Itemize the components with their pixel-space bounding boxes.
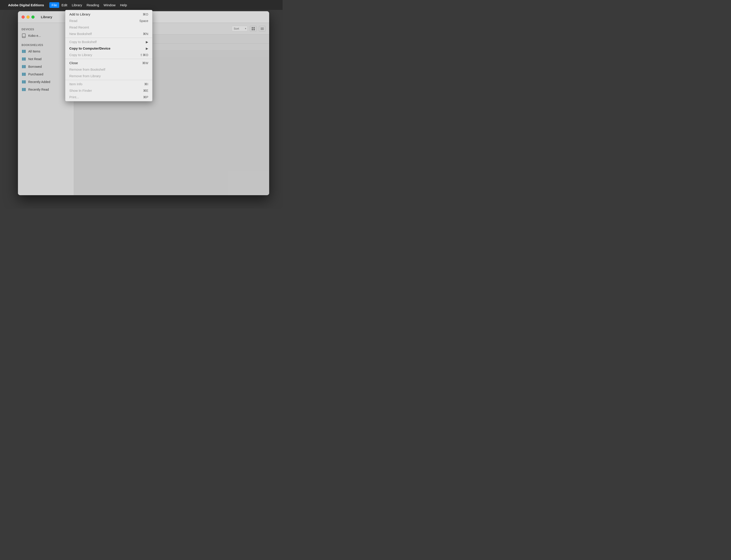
books-icon-purchased xyxy=(22,72,26,77)
svg-rect-19 xyxy=(25,88,26,91)
svg-rect-14 xyxy=(22,80,23,83)
add-to-library-shortcut: ⌘O xyxy=(143,13,148,16)
read-shortcut: Space xyxy=(139,19,148,23)
read-label: Read xyxy=(69,19,139,23)
menu-copy-to-bookshelf[interactable]: Copy to Bookshelf ▶ xyxy=(65,39,152,45)
svg-rect-13 xyxy=(25,73,26,76)
menubar: Adobe Digital Editions File Edit Library… xyxy=(0,0,283,10)
svg-rect-15 xyxy=(23,80,24,83)
view-list-button[interactable] xyxy=(259,26,266,32)
show-in-finder-shortcut: ⌘E xyxy=(143,89,148,92)
copy-to-device-arrow: ▶ xyxy=(146,47,148,50)
remove-from-library-label: Remove from Library xyxy=(69,74,148,78)
borrowed-label: Borrowed xyxy=(28,65,42,68)
svg-rect-4 xyxy=(25,50,26,53)
books-icon xyxy=(22,49,26,54)
menu-print[interactable]: Print... ⌘P xyxy=(65,94,152,100)
svg-rect-25 xyxy=(261,28,264,29)
separator-1 xyxy=(65,38,152,38)
svg-rect-10 xyxy=(25,65,26,68)
menu-copy-to-library[interactable]: Copy to Library ⇧⌘O xyxy=(65,52,152,58)
close-label: Close xyxy=(69,61,142,65)
new-bookshelf-label: New Bookshelf xyxy=(69,32,143,36)
copy-to-library-shortcut: ⇧⌘O xyxy=(140,53,148,57)
device-icon xyxy=(22,33,26,38)
copy-to-device-label: Copy to Computer/Device xyxy=(69,46,146,50)
menu-new-bookshelf[interactable]: New Bookshelf ⌘N xyxy=(65,31,152,37)
menu-read[interactable]: Read Space xyxy=(65,18,152,24)
svg-rect-0 xyxy=(22,34,25,38)
menu-remove-from-bookshelf[interactable]: Remove from Bookshelf xyxy=(65,66,152,73)
svg-rect-8 xyxy=(22,65,23,68)
file-dropdown-menu[interactable]: Add to Library ⌘O Read Space Read Recent… xyxy=(65,10,153,101)
device-label: Kobo e... xyxy=(28,34,41,37)
menu-item-info[interactable]: Item Info ⌘I xyxy=(65,81,152,87)
svg-rect-11 xyxy=(22,73,23,76)
svg-rect-7 xyxy=(25,57,26,61)
svg-rect-6 xyxy=(23,57,24,61)
svg-rect-17 xyxy=(22,88,23,91)
item-info-shortcut: ⌘I xyxy=(144,82,148,86)
svg-rect-12 xyxy=(23,73,24,76)
sort-select[interactable]: Sort Title Author Date xyxy=(232,26,248,31)
books-icon-recently-added xyxy=(22,80,26,84)
print-shortcut: ⌘P xyxy=(143,95,148,99)
menu-reading[interactable]: Reading xyxy=(84,2,101,8)
menu-show-in-finder[interactable]: Show In Finder ⌘E xyxy=(65,87,152,94)
not-read-label: Not Read xyxy=(28,57,42,61)
close-shortcut: ⌘W xyxy=(142,61,148,65)
menu-help[interactable]: Help xyxy=(118,2,129,8)
item-info-label: Item Info xyxy=(69,82,144,86)
svg-rect-23 xyxy=(254,29,255,30)
svg-rect-26 xyxy=(261,29,264,30)
recently-read-label: Recently Read xyxy=(28,88,49,91)
show-in-finder-label: Show In Finder xyxy=(69,89,143,92)
menu-remove-from-library[interactable]: Remove from Library xyxy=(65,73,152,79)
purchased-label: Purchased xyxy=(28,72,43,76)
books-icon-not-read xyxy=(22,57,26,61)
close-button[interactable] xyxy=(22,15,25,19)
menu-edit[interactable]: Edit xyxy=(59,2,70,8)
svg-rect-9 xyxy=(23,65,24,68)
copy-to-bookshelf-label: Copy to Bookshelf xyxy=(69,40,146,44)
read-recent-label: Read Recent xyxy=(69,25,148,29)
svg-rect-18 xyxy=(23,88,24,91)
menu-read-recent[interactable]: Read Recent xyxy=(65,24,152,31)
separator-2 xyxy=(65,59,152,59)
add-to-library-label: Add to Library xyxy=(69,12,143,16)
remove-from-bookshelf-label: Remove from Bookshelf xyxy=(69,68,148,71)
svg-rect-2 xyxy=(22,50,23,53)
svg-rect-24 xyxy=(261,28,264,28)
svg-rect-3 xyxy=(23,50,24,53)
svg-rect-21 xyxy=(254,27,255,28)
books-icon-borrowed xyxy=(22,64,26,69)
print-label: Print... xyxy=(69,95,143,99)
copy-to-bookshelf-arrow: ▶ xyxy=(146,40,148,44)
sort-select-wrapper: Sort Title Author Date xyxy=(232,26,248,31)
menu-window[interactable]: Window xyxy=(101,2,118,8)
all-items-label: All Items xyxy=(28,50,40,53)
new-bookshelf-shortcut: ⌘N xyxy=(143,32,148,36)
copy-to-library-label: Copy to Library xyxy=(69,53,140,57)
svg-rect-22 xyxy=(252,29,253,30)
books-icon-recently-read xyxy=(22,87,26,92)
svg-rect-5 xyxy=(22,57,23,61)
recently-added-label: Recently Added xyxy=(28,80,50,84)
menu-file[interactable]: File xyxy=(49,2,59,8)
svg-rect-20 xyxy=(252,27,253,28)
minimize-button[interactable] xyxy=(26,15,30,19)
traffic-lights xyxy=(22,15,35,19)
menu-library[interactable]: Library xyxy=(70,2,84,8)
maximize-button[interactable] xyxy=(31,15,35,19)
app-name: Adobe Digital Editions xyxy=(8,3,44,7)
view-grid-button[interactable] xyxy=(250,26,257,32)
svg-rect-16 xyxy=(25,80,26,83)
menu-copy-to-device[interactable]: Copy to Computer/Device ▶ xyxy=(65,45,152,52)
menu-close[interactable]: Close ⌘W xyxy=(65,60,152,66)
menu-add-to-library[interactable]: Add to Library ⌘O xyxy=(65,11,152,18)
